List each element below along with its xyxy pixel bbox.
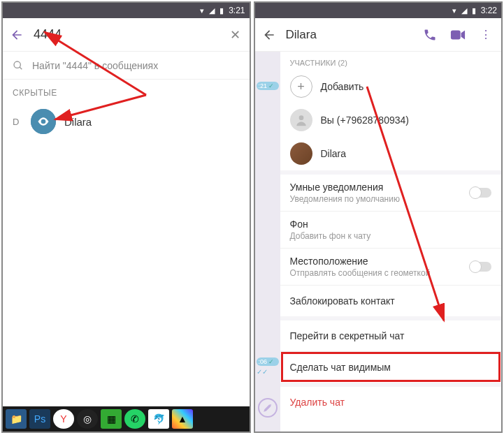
avatar-photo bbox=[290, 142, 312, 165]
status-bar: ▾ ◢ ▮ 3:21 bbox=[3, 3, 250, 18]
back-button[interactable] bbox=[261, 27, 278, 43]
signal-icon: ◢ bbox=[460, 6, 468, 15]
annotation-arrow-1 bbox=[34, 25, 153, 126]
battery-icon: ▮ bbox=[470, 6, 478, 15]
page-title: Dilara bbox=[286, 28, 412, 42]
taskbar-app-7[interactable]: 🐬 bbox=[148, 409, 169, 429]
svg-line-4 bbox=[45, 32, 146, 95]
chat-strip: :21✓ :06✓ ✓✓ bbox=[255, 52, 280, 432]
status-time: 3:21 bbox=[229, 6, 245, 15]
clear-button[interactable]: ✕ bbox=[227, 27, 244, 43]
phone-left: ▾ ◢ ▮ 3:21 ✕ Найти "4444" в сообщениях С… bbox=[1, 1, 251, 433]
svg-line-5 bbox=[55, 95, 146, 119]
signal-icon: ◢ bbox=[208, 6, 216, 15]
svg-line-9 bbox=[367, 87, 444, 320]
status-time: 3:22 bbox=[481, 6, 497, 15]
svg-point-7 bbox=[298, 115, 303, 120]
taskbar-app-4[interactable]: ◎ bbox=[77, 409, 98, 429]
msg-time-1: :21✓ bbox=[257, 82, 279, 90]
taskbar-yandex[interactable]: Y bbox=[53, 409, 74, 429]
members-label: УЧАСТНИКИ (2) bbox=[280, 52, 502, 70]
chat-info-header: Dilara ⋮ bbox=[255, 18, 502, 52]
taskbar-app-8[interactable]: ▲ bbox=[172, 409, 193, 429]
annotation-arrow-2 bbox=[360, 80, 458, 331]
taskbar-whatsapp[interactable]: ✆ bbox=[124, 409, 145, 429]
phone-right: ▾ ◢ ▮ 3:22 Dilara ⋮ :21✓ :06✓ ✓✓ bbox=[254, 1, 503, 433]
add-icon: + bbox=[290, 75, 312, 98]
wifi-icon: ▾ bbox=[450, 6, 459, 15]
toggle-location[interactable] bbox=[470, 262, 491, 272]
toggle-smart-notif[interactable] bbox=[470, 188, 491, 198]
action-make-visible[interactable]: Сделать чат видимым bbox=[280, 351, 502, 383]
svg-line-1 bbox=[20, 67, 22, 69]
more-button[interactable]: ⋮ bbox=[476, 25, 496, 45]
taskbar-sheets[interactable]: ▦ bbox=[101, 409, 122, 429]
taskbar: 📁 Ps Y ◎ ▦ ✆ 🐬 ▲ bbox=[3, 406, 250, 432]
svg-rect-6 bbox=[451, 30, 461, 39]
battery-icon: ▮ bbox=[217, 6, 226, 15]
back-button[interactable] bbox=[8, 27, 25, 43]
compose-button[interactable] bbox=[258, 398, 278, 418]
search-icon bbox=[13, 60, 24, 71]
video-button[interactable] bbox=[448, 25, 468, 45]
taskbar-photoshop[interactable]: Ps bbox=[29, 409, 50, 429]
call-button[interactable] bbox=[420, 25, 440, 45]
read-checks: ✓✓ bbox=[257, 368, 279, 376]
svg-point-0 bbox=[14, 61, 20, 68]
action-delete-chat[interactable]: Удалить чат bbox=[280, 383, 502, 418]
taskbar-app-1[interactable]: 📁 bbox=[6, 409, 27, 429]
avatar-placeholder bbox=[290, 109, 312, 131]
msg-time-2: :06✓ bbox=[257, 357, 279, 366]
status-bar: ▾ ◢ ▮ 3:22 bbox=[255, 3, 502, 18]
index-letter: D bbox=[13, 117, 22, 127]
wifi-icon: ▾ bbox=[198, 6, 206, 15]
